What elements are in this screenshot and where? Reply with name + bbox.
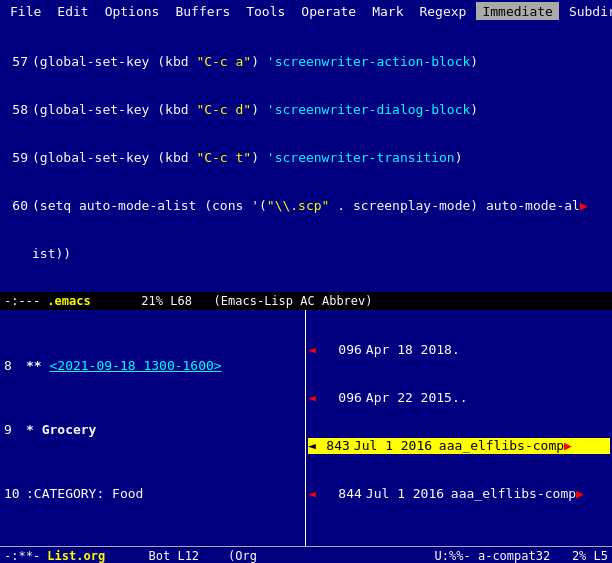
menu-operate[interactable]: Operate (295, 2, 362, 20)
statusbar-left: -:**- (4, 549, 47, 563)
code-line-60b: ist)) (4, 246, 608, 262)
org-line-10: 10 :CATEGORY: Food (4, 486, 301, 502)
menubar: File Edit Options Buffers Tools Operate … (0, 0, 612, 22)
menu-edit[interactable]: Edit (51, 2, 94, 20)
code-editor[interactable]: 57(global-set-key (kbd "C-c a") 'screenw… (0, 22, 612, 278)
file-listing[interactable]: ◄096 Apr 18 2018 . ◄096 Apr 22 2015 .. ◄… (306, 310, 612, 528)
file-row-dotdot: ◄096 Apr 22 2015 .. (308, 390, 610, 406)
modeline-mode: (Emacs-Lisp AC Abbrev) (214, 294, 373, 308)
statusbar-right-fill (264, 549, 434, 563)
modeline-spacer (91, 294, 142, 308)
file-row-aaa2: ◄844 Jul 1 2016 aaa_elflibs-comp▶ (308, 486, 610, 502)
menu-tools[interactable]: Tools (240, 2, 291, 20)
statusbar-right-mode: U:%%- a-compat32 (435, 549, 572, 563)
statusbar-bot: Bot L12 (105, 549, 228, 563)
file-row-aaa1: ◄843 Jul 1 2016 aaa_elflibs-comp▶ (308, 438, 610, 454)
modeline-dashes: -:--- (4, 294, 47, 308)
modeline-position: 21% L68 (141, 294, 192, 308)
code-line-60: 60(setq auto-mode-alist (cons '("\\.scp"… (4, 198, 608, 214)
file-row-dot: ◄096 Apr 18 2018 . (308, 342, 610, 358)
statusbar-bottom: -:**- List.org Bot L12 (Org U:%%- a-comp… (0, 546, 612, 563)
left-pane[interactable]: 8 ** <2021-09-18 1300-1600> 9 * Grocery … (0, 310, 305, 546)
menu-buffers[interactable]: Buffers (169, 2, 236, 20)
menu-mark[interactable]: Mark (366, 2, 409, 20)
modeline-top: -:--- .emacs 21% L68 (Emacs-Lisp AC Abbr… (0, 292, 612, 310)
menu-subdir[interactable]: Subdir (563, 2, 612, 20)
org-line-9: 9 * Grocery (4, 422, 301, 438)
menu-regexp[interactable]: Regexp (413, 2, 472, 20)
editor-top-pane: 57(global-set-key (kbd "C-c a") 'screenw… (0, 22, 612, 292)
modeline-spacer2 (192, 294, 214, 308)
menu-options[interactable]: Options (99, 2, 166, 20)
code-line-59: 59(global-set-key (kbd "C-c t") 'screenw… (4, 150, 608, 166)
code-line-57: 57(global-set-key (kbd "C-c a") 'screenw… (4, 54, 608, 70)
modeline-filename: .emacs (47, 294, 90, 308)
right-pane[interactable]: ◄096 Apr 18 2018 . ◄096 Apr 22 2015 .. ◄… (305, 310, 612, 546)
org-line-8: 8 ** <2021-09-18 1300-1600> (4, 358, 301, 374)
code-line-58: 58(global-set-key (kbd "C-c d") 'screenw… (4, 102, 608, 118)
menu-immediate[interactable]: Immediate (476, 2, 558, 20)
split-pane-container: 8 ** <2021-09-18 1300-1600> 9 * Grocery … (0, 310, 612, 546)
org-editor[interactable]: 8 ** <2021-09-18 1300-1600> 9 * Grocery … (0, 310, 305, 528)
statusbar-mode: (Org (228, 549, 264, 563)
statusbar-right-pos: 2% L5 (572, 549, 608, 563)
menu-file[interactable]: File (4, 2, 47, 20)
statusbar-list-filename: List.org (47, 549, 105, 563)
